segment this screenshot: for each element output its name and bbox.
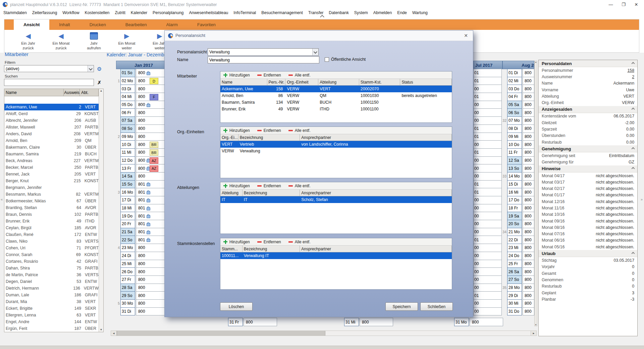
day-value-cell[interactable]: 800 [523,133,534,141]
tab-alarm[interactable]: Alarm [157,19,187,30]
maximize-button[interactable]: ❐ [617,0,630,9]
day-cell[interactable]: 21 Mo [507,228,522,236]
column-header-abteilung[interactable]: Abteilung [220,190,243,196]
day-cell[interactable]: 10 Do [507,140,522,149]
day-cell[interactable]: 31 Mi [344,318,359,326]
day-cell[interactable]: 22 So [120,236,135,244]
employee-row[interactable]: Braun, Dennis102PARTB [4,211,99,218]
column-header-ansprechpartner[interactable]: Ansprechpartner [300,134,452,141]
day-value-cell[interactable]: 800 [523,299,534,308]
name-input[interactable] [208,56,319,63]
absence-badge-f[interactable]: F [150,94,158,100]
scroll-down-icon[interactable]: ▼ [535,324,537,326]
employee-row[interactable]: Berger, Knut215KONST [4,178,99,184]
employee-row[interactable]: Ceylan, Birgül185AVOR [4,225,99,231]
menu-item-datenbank[interactable]: Datenbank [326,10,351,15]
day-cell[interactable]: 09 Mi [507,133,522,141]
day-cell[interactable]: 05 Sa [507,101,522,109]
collapse-ribbon-icon[interactable] [319,15,325,19]
panel-group-header-urlaub[interactable]: Urlaub [539,250,637,257]
close-button[interactable]: Schließen [420,302,453,311]
table-row[interactable]: 100011...Verwaltung IT [220,252,452,259]
column-header-org-ei[interactable]: Org.-Ei... [220,134,238,141]
day-value-cell[interactable]: 800 [470,318,503,326]
day-value-cell[interactable]: 800 [523,260,534,268]
employee-row[interactable]: Anders, David208VERTM [4,131,99,137]
column-header-abteilung[interactable]: Abteilung [318,79,359,85]
employee-row[interactable]: Ackermann, Uwe2VERT [4,104,99,110]
day-value-cell[interactable]: 800 [523,69,534,77]
collapse-icon[interactable] [632,62,635,65]
day-cell[interactable]: 14 Sa [120,172,135,181]
column-header-bezeichnung[interactable]: Bezeichnung [238,134,300,141]
scroll-down-icon[interactable]: ▼ [100,328,103,332]
delete-button[interactable]: Löschen [220,302,253,311]
employee-row[interactable]: Claws, Niko83VERTS [4,238,99,245]
day-cell[interactable]: 11 Mi [120,148,135,157]
day-cell[interactable]: 21 Sa [120,228,135,236]
day-value-cell[interactable]: 800 [523,156,534,165]
day-cell[interactable]: 30 Mo [120,299,135,308]
day-value-cell[interactable]: 800 [523,116,534,125]
day-cell[interactable]: 01 Di [507,69,522,77]
employee-row[interactable]: Bergmann, Jennifer [4,184,99,191]
jahr-aufrufen-button[interactable]: Jahraufrufen [77,31,110,50]
menu-item-zeiterfassung[interactable]: Zeiterfassung [30,10,60,15]
day-cell[interactable]: 29 Di [507,291,522,300]
column-header-org-einheit[interactable]: Org.-Einheit [285,79,318,85]
day-cell[interactable]: 31 Di [120,307,135,316]
day-value-cell[interactable]: 800 [523,244,534,252]
minimize-button[interactable]: — [604,0,617,9]
collapse-icon[interactable] [632,252,635,255]
day-value-cell[interactable]: 800 [523,148,534,157]
table-row[interactable]: VERWVerwaltung [220,148,452,154]
day-cell[interactable]: 01 So [120,69,135,77]
menu-item-ende[interactable]: Ende [394,10,410,15]
employee-row[interactable]: Bennet, Jack205VERT [4,171,99,178]
employee-row[interactable]: Durant, Mia38VERT [4,298,99,305]
menu-item-infoterminal[interactable]: InfoTerminal [231,10,259,15]
employee-row[interactable]: Arnold, Ben209QM [4,137,99,144]
search-input[interactable] [4,79,94,86]
day-cell[interactable]: 25 Mi [120,260,135,268]
collapse-icon[interactable] [632,108,635,111]
employee-row[interactable]: Degen, Daniel53ENTW [4,278,99,285]
day-cell[interactable]: 28 Sa [120,284,135,292]
add-button[interactable]: Hinzufügen [223,240,250,244]
day-cell[interactable]: 16 Mo [120,188,135,196]
tab-ansicht[interactable]: Ansicht [14,19,49,30]
day-value-cell[interactable]: 800 [523,284,534,292]
employee-row[interactable]: Allister, Maxwell207PARTB [4,124,99,131]
menu-item-personalplanung[interactable]: Personalplanung [150,10,186,15]
absence-badge-br[interactable]: BR [150,149,158,156]
menu-item-abmelden[interactable]: Abmelden [371,10,394,15]
personalansicht-select[interactable]: Verwaltung [208,48,319,56]
day-cell[interactable]: 12 Sa [507,156,522,165]
day-cell[interactable]: 27 Fr [120,276,135,284]
employee-row[interactable]: Botkermeester, Niklas67ÜBER [4,198,99,204]
day-cell[interactable]: 15 Di [507,180,522,189]
day-value-cell[interactable]: 800 [523,252,534,260]
scroll-left-icon[interactable]: ◄ [111,331,117,336]
day-cell[interactable]: 23 Mo [120,244,135,252]
day-cell[interactable]: 07 Mo [507,116,522,125]
employee-row[interactable]: Dietrich, Hermann136VERTW [4,285,99,292]
scroll-up-icon[interactable]: ▲ [100,89,103,93]
day-value-cell[interactable]: 800 [523,220,534,228]
panel-group-header-hinweise[interactable]: Hinweise [539,165,637,172]
menu-item-besuchermanagement[interactable]: Besuchermanagement [259,10,306,15]
collapse-icon[interactable] [632,167,635,170]
day-cell[interactable]: 20 So [507,220,522,228]
day-cell[interactable]: 11 Fr [507,148,522,157]
scroll-up-icon[interactable]: ▲ [535,61,537,63]
employee-row[interactable]: Connor, Sarah69KONST [4,251,99,258]
scroll-right-icon[interactable]: ► [531,331,536,336]
day-value-cell[interactable]: 800 [523,228,534,236]
chevron-down-icon[interactable] [88,65,94,72]
day-cell[interactable]: 26 Sa [507,267,522,276]
column-header-ansprechpartner[interactable]: Ansprechpartner [300,246,452,252]
employee-row[interactable]: Becker, Marcel250PARTB [4,164,99,171]
tab-drucken[interactable]: Drucken [80,19,116,30]
scrollbar-track[interactable] [325,331,531,336]
tab-favoriten[interactable]: Favoriten [187,19,225,30]
